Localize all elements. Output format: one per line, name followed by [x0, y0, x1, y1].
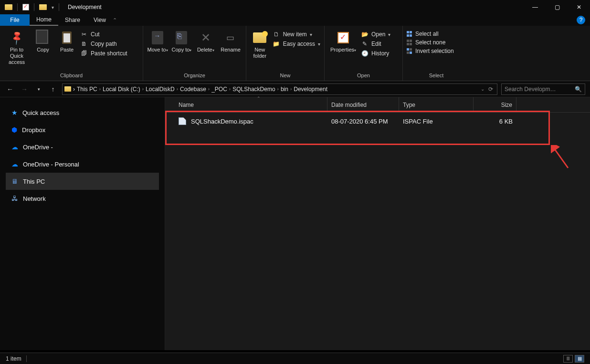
sidebar-item-onedrive-personal[interactable]: ☁OneDrive - Personal: [6, 156, 159, 173]
folder-icon[interactable]: [5, 4, 12, 10]
file-row[interactable]: SQLShackDemo.ispac 08-07-2020 6:45 PM IS…: [165, 114, 590, 128]
close-button[interactable]: ✕: [568, 0, 590, 14]
paste-shortcut-label: Paste shortcut: [91, 50, 127, 57]
delete-label: Delete: [197, 47, 212, 52]
chevron-down-icon[interactable]: ▾: [52, 5, 54, 10]
edit-button[interactable]: ✎Edit: [361, 40, 390, 48]
rename-button[interactable]: ▭ Rename: [219, 28, 242, 53]
ribbon: 📌 Pin to Quick access Copy Paste ✂Cut 🗎C…: [0, 26, 590, 81]
file-name: SQLShackDemo.ispac: [191, 118, 253, 125]
breadcrumb-item[interactable]: _POC›: [211, 86, 231, 93]
chevron-down-icon[interactable]: ⌄: [481, 86, 485, 92]
file-menu[interactable]: File: [0, 14, 30, 26]
move-to-button[interactable]: Move to▾: [147, 28, 168, 53]
forward-button[interactable]: →: [19, 84, 30, 94]
invert-selection-icon: [407, 48, 412, 54]
recent-locations-button[interactable]: ▾: [33, 84, 44, 94]
paste-shortcut-button[interactable]: 🗐Paste shortcut: [80, 50, 127, 57]
properties-button[interactable]: Properties▾: [328, 28, 358, 53]
column-header-size[interactable]: Size: [474, 97, 516, 112]
breadcrumb-item[interactable]: Development: [294, 86, 327, 93]
edit-label: Edit: [371, 41, 381, 47]
sidebar-item-label: This PC: [23, 178, 45, 185]
breadcrumb-item[interactable]: This PC›: [77, 86, 101, 93]
separator: [17, 3, 18, 11]
copy-button[interactable]: Copy: [32, 28, 53, 53]
sidebar-item-this-pc[interactable]: 🖥This PC: [6, 173, 159, 190]
maximize-button[interactable]: ▢: [546, 0, 568, 14]
history-button[interactable]: 🕘History: [361, 50, 390, 57]
rename-label: Rename: [221, 47, 241, 53]
column-header-type[interactable]: Type: [399, 97, 474, 112]
help-icon[interactable]: ?: [577, 16, 585, 24]
breadcrumb-item[interactable]: bin›: [281, 86, 292, 93]
tab-share[interactable]: Share: [58, 14, 87, 26]
separator: [26, 355, 27, 362]
copy-path-button[interactable]: 🗎Copy path: [80, 40, 127, 48]
select-none-icon: [407, 40, 412, 45]
collapse-ribbon-icon[interactable]: ⌃: [113, 17, 117, 23]
column-header-modified[interactable]: Date modified: [327, 97, 399, 112]
sidebar-item-network[interactable]: 🖧Network: [6, 190, 159, 207]
invert-selection-button[interactable]: Invert selection: [407, 48, 454, 54]
easy-access-button[interactable]: 📁Easy access▾: [273, 40, 320, 48]
window-controls: — ▢ ✕: [524, 0, 590, 14]
breadcrumb-item[interactable]: Local Disk (C:)›: [103, 86, 144, 93]
pc-icon: 🖥: [11, 177, 18, 185]
delete-button[interactable]: ✕ Delete▾: [195, 28, 216, 53]
chevron-right-icon[interactable]: ›: [73, 86, 75, 93]
minimize-button[interactable]: —: [524, 0, 546, 14]
open-icon: 📂: [361, 31, 369, 38]
ribbon-group-select: Select all Select none Invert selection …: [403, 26, 470, 81]
select-none-label: Select none: [415, 39, 445, 46]
navigation-pane: ★Quick access ⬢Dropbox ☁OneDrive - ☁OneD…: [0, 97, 165, 350]
sort-indicator-icon: ⌃: [257, 96, 261, 101]
easy-access-icon: 📁: [273, 40, 280, 48]
cloud-icon: ☁: [11, 143, 18, 151]
new-item-icon: 🗋: [273, 31, 280, 38]
select-none-button[interactable]: Select none: [407, 39, 454, 46]
copy-icon: [38, 31, 48, 44]
open-button[interactable]: 📂Open▾: [361, 31, 390, 38]
ribbon-tabs: File Home Share View ⌃ ?: [0, 14, 590, 26]
sidebar-item-quick-access[interactable]: ★Quick access: [6, 104, 159, 121]
tab-view[interactable]: View: [87, 14, 113, 26]
tab-home[interactable]: Home: [30, 14, 58, 26]
copy-path-icon: 🗎: [80, 40, 88, 48]
cut-label: Cut: [91, 31, 100, 38]
thumbnails-view-button[interactable]: ▦: [575, 355, 584, 363]
search-icon: 🔍: [575, 86, 582, 93]
up-button[interactable]: ↑: [48, 84, 58, 94]
cut-button[interactable]: ✂Cut: [80, 31, 127, 38]
back-button[interactable]: ←: [5, 84, 15, 94]
search-input[interactable]: Search Developm… 🔍: [501, 83, 585, 95]
breadcrumb-item[interactable]: LocalDiskD›: [146, 86, 178, 93]
group-label-select: Select: [407, 73, 466, 80]
group-label-organize: Organize: [147, 73, 242, 80]
open-label: Open: [371, 31, 385, 38]
column-header-name[interactable]: Name: [175, 97, 327, 112]
file-rows: SQLShackDemo.ispac 08-07-2020 6:45 PM IS…: [165, 113, 590, 350]
group-label-open: Open: [328, 73, 399, 80]
separator: [34, 3, 34, 11]
paste-button[interactable]: Paste: [56, 28, 77, 53]
folder-icon[interactable]: [39, 4, 47, 10]
refresh-icon[interactable]: ⟳: [488, 86, 493, 93]
group-label-clipboard: Clipboard: [4, 73, 139, 80]
easy-access-label: Easy access: [283, 41, 315, 47]
file-modified: 08-07-2020 6:45 PM: [327, 118, 399, 125]
properties-icon: [337, 32, 349, 43]
new-folder-button[interactable]: New folder: [250, 28, 270, 59]
breadcrumb-item[interactable]: Codebase›: [180, 86, 210, 93]
sidebar-item-onedrive[interactable]: ☁OneDrive -: [6, 138, 159, 156]
breadcrumb-bar[interactable]: › This PC› Local Disk (C:)› LocalDiskD› …: [62, 83, 497, 95]
sidebar-item-dropbox[interactable]: ⬢Dropbox: [6, 121, 159, 138]
pin-quick-access-button[interactable]: 📌 Pin to Quick access: [4, 28, 30, 66]
details-view-button[interactable]: ≣: [563, 355, 573, 363]
new-folder-label: New folder: [250, 47, 270, 59]
breadcrumb-item[interactable]: SQLShackDemo›: [232, 86, 279, 93]
new-item-button[interactable]: 🗋New item▾: [273, 31, 320, 38]
properties-qat-icon[interactable]: [22, 4, 29, 10]
select-all-button[interactable]: Select all: [407, 31, 454, 37]
copy-to-button[interactable]: Copy to▾: [171, 28, 192, 53]
